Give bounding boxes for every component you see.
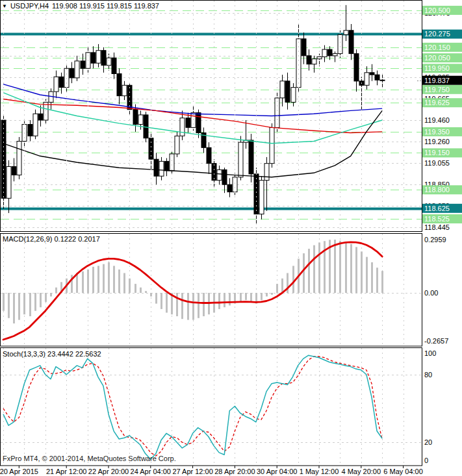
macd-histogram-bar <box>103 264 105 293</box>
candle-bullish <box>54 77 58 92</box>
macd-histogram-bar <box>40 293 42 307</box>
macd-histogram-bar <box>345 242 347 293</box>
candle-bullish <box>264 164 269 181</box>
candle-bearish <box>81 61 85 68</box>
macd-histogram-bar <box>155 293 157 304</box>
macd-histogram-bar <box>8 293 10 318</box>
candle-bearish <box>186 118 190 128</box>
macd-histogram-bar <box>318 242 320 293</box>
copyright-text: FxPro MT4, © 2001-2014, MetaQuotes Softw… <box>3 455 176 462</box>
macd-histogram-bar <box>129 279 131 293</box>
macd-histogram-bar <box>13 293 15 323</box>
candle-bearish <box>101 51 106 66</box>
price-scale-label: 119.260 <box>424 138 450 145</box>
macd-histogram-bar <box>324 241 326 293</box>
candle-bullish <box>107 58 111 65</box>
macd-histogram-bar <box>18 293 20 320</box>
candle-bearish <box>12 167 16 175</box>
level-badge-label: 120.500 <box>424 6 450 14</box>
candle-bearish <box>349 31 353 54</box>
price-scale-label: 118.445 <box>424 223 450 231</box>
macd-histogram-bar <box>313 245 315 293</box>
level-badge-label: 118.800 <box>424 186 450 194</box>
candle-bullish <box>333 54 337 56</box>
macd-histogram-bar <box>23 293 25 314</box>
candle-bullish <box>344 31 348 35</box>
macd-histogram-bar <box>108 262 110 293</box>
macd-histogram-bar <box>198 293 199 318</box>
symbol-period-label: USDJPY,H4 <box>10 2 49 10</box>
candle-bearish <box>164 161 169 171</box>
candle-bearish <box>380 80 385 81</box>
candle-bullish <box>75 61 79 78</box>
macd-histogram-bar <box>218 293 220 309</box>
macd-histogram-bar <box>176 293 178 316</box>
level-badge-label: 119.150 <box>424 149 450 157</box>
time-axis-label: 22 Apr 20:00 <box>88 468 129 475</box>
candle-bearish <box>70 68 74 78</box>
macd-histogram-bar <box>97 266 99 293</box>
candle-bullish <box>233 177 237 192</box>
time-axis-label: 24 Apr 04:00 <box>131 468 171 475</box>
candle-bearish <box>207 147 211 163</box>
stoch-indicator-label: Stoch(13,3,3) 23.4442 22.5632 <box>3 350 101 358</box>
macd-histogram-bar <box>224 293 225 307</box>
candle-bearish <box>133 110 138 125</box>
candle-bullish <box>33 114 38 136</box>
macd-histogram-bar <box>50 293 52 297</box>
level-badge-label: 119.350 <box>424 128 450 136</box>
candle-bearish <box>375 75 379 80</box>
candle-bullish <box>175 136 179 154</box>
macd-histogram-bar <box>192 293 194 320</box>
macd-histogram-bar <box>123 273 125 294</box>
candle-bearish <box>227 184 232 192</box>
macd-histogram-bar <box>276 284 278 293</box>
stoch-scale-label: 80 <box>424 371 432 379</box>
candle-bullish <box>217 169 222 180</box>
price-scale-label: 119.055 <box>424 159 450 167</box>
macd-histogram-bar <box>3 293 5 311</box>
candle-bullish <box>317 56 322 58</box>
time-axis[interactable]: 20 Apr 201521 Apr 12:0022 Apr 20:0024 Ap… <box>0 466 423 475</box>
time-axis-label: 21 Apr 12:00 <box>46 468 86 475</box>
macd-histogram-bar <box>250 293 252 302</box>
macd-histogram-bar <box>350 244 352 293</box>
candle-bullish <box>322 49 327 56</box>
symbol-dropdown-icon[interactable]: ▼ <box>2 3 7 10</box>
candle-bullish <box>275 98 279 128</box>
candle-bullish <box>6 167 11 199</box>
candle-bullish <box>365 73 369 86</box>
candle-bullish <box>122 85 127 95</box>
macd-histogram-bar <box>187 293 189 320</box>
time-axis-label: 30 Apr 04:00 <box>257 468 297 475</box>
current-price-label: 119.837 <box>424 77 450 84</box>
candle-bearish <box>254 174 259 214</box>
macd-histogram-bar <box>376 268 378 293</box>
candle-bearish <box>212 164 216 181</box>
macd-indicator-label: MACD(12,26,9) 0.1222 0.2017 <box>3 235 100 243</box>
macd-histogram-bar <box>339 241 341 293</box>
macd-histogram-bar <box>334 240 336 293</box>
macd-histogram-bar <box>281 279 283 293</box>
candle-bullish <box>291 88 296 103</box>
candle-bearish <box>249 140 253 174</box>
macd-histogram-bar <box>245 293 247 300</box>
macd-histogram-bar <box>266 293 268 297</box>
candle-bullish <box>138 115 143 125</box>
macd-histogram-bar <box>166 293 168 313</box>
stoch-scale-label: 20 <box>424 438 432 446</box>
macd-histogram-bar <box>29 293 31 316</box>
candle-bearish <box>307 56 311 64</box>
macd-histogram-bar <box>45 293 47 302</box>
macd-histogram-bar <box>229 293 231 305</box>
candle-bullish <box>64 68 69 87</box>
macd-histogram-bar <box>160 293 162 309</box>
macd-histogram-bar <box>76 273 78 294</box>
level-badge-label: 118.525 <box>424 215 450 223</box>
macd-histogram-bar <box>140 288 142 293</box>
macd-histogram-bar <box>366 257 368 293</box>
candle-bearish <box>370 73 374 75</box>
time-axis-label: 27 Apr 12:00 <box>172 468 212 475</box>
macd-scale-label: 0.2959 <box>424 236 446 244</box>
level-badge-label: 118.625 <box>424 205 450 212</box>
